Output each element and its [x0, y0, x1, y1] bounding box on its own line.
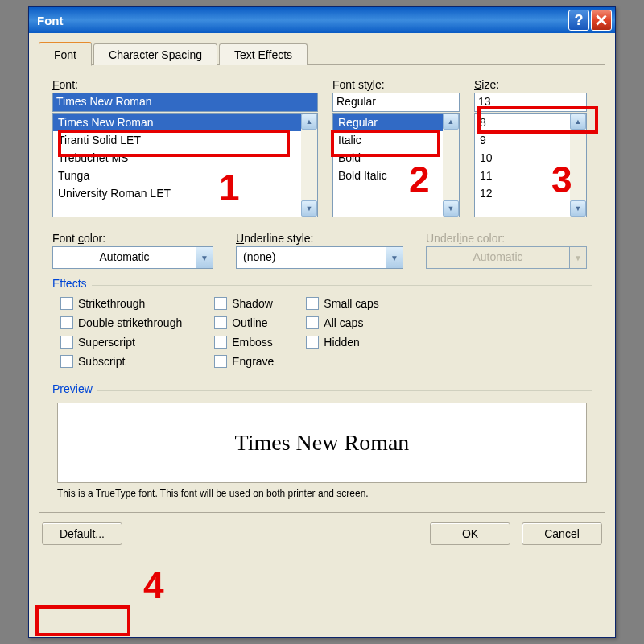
font-list-scrollbar[interactable]: ▲ ▼: [301, 114, 317, 217]
underline-color-combo: Automatic ▼: [426, 246, 587, 269]
tab-character-spacing[interactable]: Character Spacing: [93, 43, 217, 65]
scroll-down-icon[interactable]: ▼: [570, 200, 586, 217]
size-list-scrollbar[interactable]: ▲ ▼: [570, 114, 586, 217]
font-item[interactable]: Times New Roman: [53, 114, 301, 131]
font-style-listbox[interactable]: Regular Italic Bold Bold Italic ▲ ▼: [332, 113, 460, 217]
size-item[interactable]: 11: [475, 167, 570, 184]
checkbox-shadow[interactable]: Shadow: [214, 297, 274, 310]
tab-font[interactable]: Font: [39, 42, 92, 66]
tab-font-label: Font: [54, 48, 76, 61]
checkbox-icon: [60, 336, 73, 349]
close-button[interactable]: [591, 10, 612, 31]
help-button[interactable]: ?: [568, 10, 589, 31]
checkbox-icon: [306, 316, 319, 329]
font-dialog: Font ? Font Character Spacing Text Effec…: [28, 6, 616, 638]
style-item[interactable]: Bold: [333, 149, 443, 167]
checkbox-engrave[interactable]: Engrave: [214, 355, 274, 368]
checkbox-icon: [60, 316, 73, 329]
scroll-up-icon[interactable]: ▲: [301, 114, 317, 130]
size-item[interactable]: 8: [475, 114, 570, 131]
font-item[interactable]: Tiranti Solid LET: [53, 131, 301, 149]
checkbox-emboss[interactable]: Emboss: [214, 336, 274, 349]
size-label: Size:: [474, 78, 587, 91]
scroll-down-icon[interactable]: ▼: [301, 200, 317, 217]
checkbox-icon: [214, 336, 227, 349]
scroll-up-icon[interactable]: ▲: [570, 114, 586, 130]
tab-spacing-label: Character Spacing: [109, 48, 202, 61]
titlebar: Font ?: [29, 7, 615, 33]
font-input[interactable]: Times New Roman: [52, 93, 318, 112]
checkbox-all-caps[interactable]: All caps: [306, 316, 378, 329]
underline-style-combo[interactable]: (none) ▼: [236, 246, 403, 269]
font-style-label: Font style:: [332, 78, 460, 91]
scroll-track[interactable]: [443, 130, 459, 200]
style-item[interactable]: Italic: [333, 131, 443, 149]
tab-effects-label: Text Effects: [234, 48, 292, 61]
font-item[interactable]: Trebuchet MS: [53, 149, 301, 167]
ok-button[interactable]: OK: [430, 522, 510, 545]
preview-text: Times New Roman: [235, 430, 410, 456]
preview-group: Preview Times New Roman This is a TrueTy…: [52, 390, 592, 504]
checkbox-superscript[interactable]: Superscript: [60, 336, 182, 349]
chevron-down-icon[interactable]: ▼: [386, 246, 403, 269]
preview-box: Times New Roman: [57, 402, 587, 483]
button-bar: Default... OK Cancel: [39, 522, 605, 545]
close-icon: [596, 14, 607, 26]
underline-color-label: Underline color:: [426, 232, 587, 245]
effects-title: Effects: [52, 277, 92, 290]
size-item[interactable]: 10: [475, 149, 570, 167]
checkbox-small-caps[interactable]: Small caps: [306, 297, 378, 310]
underline-style-value: (none): [236, 246, 386, 269]
chevron-down-icon[interactable]: ▼: [196, 246, 213, 269]
effects-group: Effects Strikethrough Double strikethrou…: [52, 285, 592, 373]
dialog-title: Font: [37, 14, 567, 27]
font-color-value: Automatic: [52, 246, 196, 269]
font-color-combo[interactable]: Automatic ▼: [52, 246, 213, 269]
checkbox-outline[interactable]: Outline: [214, 316, 274, 329]
style-item[interactable]: Regular: [333, 114, 443, 131]
scroll-track[interactable]: [570, 130, 586, 200]
tab-strip: Font Character Spacing Text Effects: [39, 41, 605, 65]
font-label: Font:: [52, 78, 318, 91]
font-color-label: Font color:: [52, 232, 213, 245]
checkbox-double-strikethrough[interactable]: Double strikethrough: [60, 316, 182, 329]
tab-panel-font: Font: Times New Roman Times New Roman Ti…: [39, 65, 605, 513]
checkbox-hidden[interactable]: Hidden: [306, 336, 378, 349]
checkbox-icon: [306, 336, 319, 349]
scroll-track[interactable]: [301, 130, 317, 200]
checkbox-icon: [214, 297, 227, 310]
checkbox-icon: [214, 355, 227, 368]
preview-baseline: [66, 452, 163, 452]
size-item[interactable]: 12: [475, 184, 570, 202]
checkbox-strikethrough[interactable]: Strikethrough: [60, 297, 182, 310]
preview-title: Preview: [52, 382, 97, 395]
style-list-scrollbar[interactable]: ▲ ▼: [443, 114, 459, 217]
font-style-input[interactable]: Regular: [332, 93, 460, 112]
checkbox-icon: [214, 316, 227, 329]
size-item[interactable]: 9: [475, 131, 570, 149]
preview-baseline: [481, 452, 578, 452]
default-button[interactable]: Default...: [42, 522, 122, 545]
font-item[interactable]: Tunga: [53, 167, 301, 184]
underline-color-value: Automatic: [426, 246, 569, 269]
style-item[interactable]: Bold Italic: [333, 167, 443, 184]
scroll-up-icon[interactable]: ▲: [443, 114, 459, 130]
checkbox-icon: [306, 297, 319, 310]
scroll-down-icon[interactable]: ▼: [443, 200, 459, 217]
font-hint: This is a TrueType font. This font will …: [57, 488, 587, 499]
dialog-content: Font Character Spacing Text Effects Font…: [29, 33, 615, 553]
cancel-button[interactable]: Cancel: [522, 522, 602, 545]
chevron-down-icon: ▼: [569, 246, 587, 269]
checkbox-subscript[interactable]: Subscript: [60, 355, 182, 368]
underline-style-label: Underline style:: [236, 232, 403, 245]
size-input[interactable]: 13: [474, 93, 587, 112]
checkbox-icon: [60, 297, 73, 310]
size-listbox[interactable]: 8 9 10 11 12 ▲ ▼: [474, 113, 587, 217]
font-item[interactable]: University Roman LET: [53, 184, 301, 202]
font-listbox[interactable]: Times New Roman Tiranti Solid LET Trebuc…: [52, 113, 318, 217]
tab-text-effects[interactable]: Text Effects: [219, 43, 308, 65]
checkbox-icon: [60, 355, 73, 368]
